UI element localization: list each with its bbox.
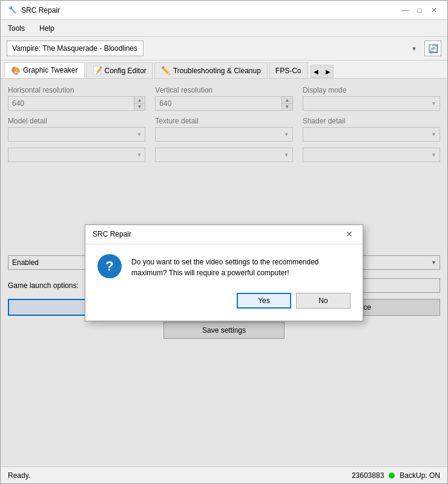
dialog: SRC Repair ✕ ? Do you want to set the vi… <box>85 224 363 321</box>
close-button[interactable]: ✕ <box>428 4 440 16</box>
status-number: 23603883 <box>352 471 384 480</box>
title-bar: 🔧 SRC Repair — □ ✕ <box>1 1 447 20</box>
window-title: SRC Repair <box>21 6 60 15</box>
tab-troubleshooting-label: Troubleshooting & Cleanup <box>173 67 261 75</box>
minimize-button[interactable]: — <box>399 4 411 16</box>
tabs-nav-left[interactable]: ◀ <box>311 65 321 78</box>
tab-config-editor-icon: 📝 <box>93 66 102 75</box>
dialog-overlay: SRC Repair ✕ ? Do you want to set the vi… <box>1 79 447 466</box>
status-bar: Ready. 23603883 BackUp: ON <box>1 466 447 483</box>
dialog-no-button[interactable]: No <box>296 293 351 309</box>
game-selector-bar: Vampire: The Masquerade - Bloodlines ▼ 🔄 <box>1 37 447 60</box>
dialog-body: ? Do you want to set the video settings … <box>85 244 363 288</box>
backup-label: BackUp: ON <box>400 471 440 480</box>
tab-config-editor[interactable]: 📝 Config Editor <box>86 62 153 78</box>
menu-help[interactable]: Help <box>37 23 57 34</box>
dialog-title-bar: SRC Repair ✕ <box>85 225 363 244</box>
game-dropdown[interactable]: Vampire: The Masquerade - Bloodlines <box>7 41 143 56</box>
tab-graphic-tweaker-icon: 🎨 <box>11 66 21 75</box>
status-right: 23603883 BackUp: ON <box>352 471 440 480</box>
tabs-nav-right[interactable]: ▶ <box>323 65 334 78</box>
backup-status-dot <box>389 473 395 479</box>
main-window: 🔧 SRC Repair — □ ✕ Tools Help Vampire: T… <box>0 0 448 484</box>
game-dropdown-arrow-icon: ▼ <box>411 45 417 52</box>
tab-graphic-tweaker[interactable]: 🎨 Graphic Tweaker <box>4 62 85 78</box>
menu-bar: Tools Help <box>1 20 447 37</box>
dialog-title: SRC Repair <box>93 230 131 238</box>
tab-config-editor-label: Config Editor <box>105 67 147 75</box>
dialog-close-button[interactable]: ✕ <box>343 228 355 240</box>
dialog-buttons: Yes No <box>85 288 363 318</box>
tab-graphic-tweaker-label: Graphic Tweaker <box>23 66 78 74</box>
main-content: Horisontal resolution ▲ ▼ Vertical resol… <box>1 79 447 466</box>
tab-fps-counter-label: FPS-Co <box>275 67 301 75</box>
tabs-bar: 🎨 Graphic Tweaker 📝 Config Editor ✏️ Tro… <box>1 60 447 79</box>
refresh-button[interactable]: 🔄 <box>424 41 441 56</box>
app-icon: 🔧 <box>8 5 18 15</box>
dialog-message: Do you want to set the video settings to… <box>131 254 351 278</box>
tab-troubleshooting[interactable]: ✏️ Troubleshooting & Cleanup <box>154 62 268 78</box>
tab-troubleshooting-icon: ✏️ <box>161 66 171 75</box>
maximize-button[interactable]: □ <box>413 4 426 16</box>
dialog-yes-button[interactable]: Yes <box>237 293 291 309</box>
menu-tools[interactable]: Tools <box>5 23 27 34</box>
game-dropdown-wrap: Vampire: The Masquerade - Bloodlines ▼ <box>7 41 421 56</box>
dialog-question-icon: ? <box>97 254 122 278</box>
tab-fps-counter[interactable]: FPS-Co <box>269 62 308 78</box>
title-bar-left: 🔧 SRC Repair <box>8 5 60 15</box>
status-text: Ready. <box>8 471 30 480</box>
title-bar-controls: — □ ✕ <box>399 4 440 16</box>
